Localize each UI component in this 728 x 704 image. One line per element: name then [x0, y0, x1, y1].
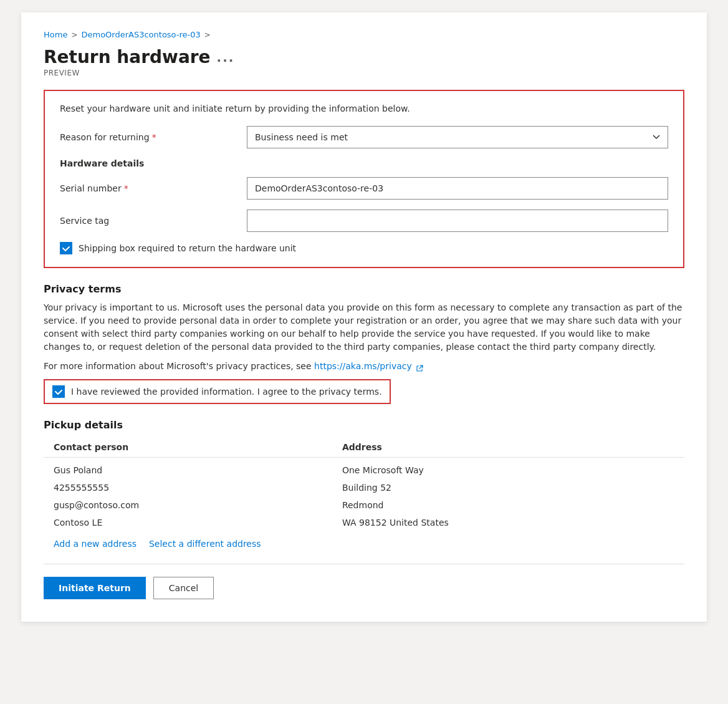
reason-label: Reason for returning *: [60, 132, 234, 142]
pickup-table: Contact person Address Gus Poland One Mi…: [44, 437, 684, 531]
required-star-reason: *: [152, 132, 156, 142]
service-tag-row: Service tag: [60, 210, 668, 232]
privacy-agree-row: I have reviewed the provided information…: [44, 379, 391, 404]
privacy-title: Privacy terms: [44, 283, 684, 295]
address-line2: Building 52: [332, 479, 684, 496]
shipping-box-checkbox[interactable]: [60, 242, 72, 254]
page-container: Home > DemoOrderAS3contoso-re-03 > Retur…: [21, 12, 707, 622]
external-link-icon: [416, 363, 423, 370]
add-address-link[interactable]: Add a new address: [54, 539, 136, 549]
address-line1: One Microsoft Way: [332, 458, 684, 480]
service-tag-control-wrapper: [247, 210, 668, 232]
privacy-agree-checkbox[interactable]: [52, 385, 65, 398]
page-title-row: Return hardware ...: [44, 47, 684, 67]
privacy-link[interactable]: https://aka.ms/privacy: [314, 361, 412, 371]
footer-divider: [44, 564, 684, 564]
breadcrumb-sep1: >: [71, 31, 77, 39]
pickup-title: Pickup details: [44, 419, 684, 431]
reason-select[interactable]: Business need is met: [247, 126, 668, 148]
shipping-box-label: Shipping box required to return the hard…: [79, 243, 296, 253]
contact-company: Contoso LE: [44, 514, 332, 531]
cancel-button[interactable]: Cancel: [153, 577, 214, 599]
privacy-text2: For more information about Microsoft's p…: [44, 360, 684, 373]
serial-number-label: Serial number *: [60, 183, 234, 193]
hardware-details-heading: Hardware details: [60, 158, 668, 168]
shipping-box-row: Shipping box required to return the hard…: [60, 242, 668, 254]
pickup-row-1: Gus Poland One Microsoft Way: [44, 458, 684, 480]
serial-number-control-wrapper: [247, 177, 668, 200]
pickup-row-3: gusp@contoso.com Redmond: [44, 496, 684, 514]
initiate-return-button[interactable]: Initiate Return: [44, 577, 146, 599]
breadcrumb: Home > DemoOrderAS3contoso-re-03 >: [44, 30, 684, 39]
pickup-row-4: Contoso LE WA 98152 United States: [44, 514, 684, 531]
breadcrumb-order[interactable]: DemoOrderAS3contoso-re-03: [81, 30, 200, 39]
breadcrumb-home[interactable]: Home: [44, 30, 67, 39]
serial-number-row: Serial number *: [60, 177, 668, 200]
page-title-text: Return hardware: [44, 47, 211, 67]
contact-phone: 4255555555: [44, 479, 332, 496]
contact-email: gusp@contoso.com: [44, 496, 332, 514]
serial-number-input[interactable]: [247, 177, 668, 200]
breadcrumb-sep2: >: [204, 31, 211, 39]
hardware-return-section: Reset your hardware unit and initiate re…: [44, 90, 684, 268]
pickup-row-2: 4255555555 Building 52: [44, 479, 684, 496]
address-header: Address: [332, 437, 684, 458]
required-star-serial: *: [124, 183, 128, 193]
address-line3: Redmond: [332, 496, 684, 514]
address-actions: Add a new address Select a different add…: [44, 539, 684, 549]
service-tag-label: Service tag: [60, 216, 234, 226]
footer-actions: Initiate Return Cancel: [44, 577, 684, 599]
address-line4: WA 98152 United States: [332, 514, 684, 531]
contact-header: Contact person: [44, 437, 332, 458]
reason-row: Reason for returning * Business need is …: [60, 126, 668, 148]
more-options-icon[interactable]: ...: [217, 50, 235, 65]
privacy-text1: Your privacy is important to us. Microso…: [44, 301, 684, 354]
privacy-section: Privacy terms Your privacy is important …: [44, 283, 684, 404]
form-description: Reset your hardware unit and initiate re…: [60, 104, 668, 113]
service-tag-input[interactable]: [247, 210, 668, 232]
select-address-link[interactable]: Select a different address: [149, 539, 261, 549]
pickup-section: Pickup details Contact person Address Gu…: [44, 419, 684, 549]
reason-control-wrapper: Business need is met: [247, 126, 668, 148]
contact-name: Gus Poland: [44, 458, 332, 480]
privacy-agree-label: I have reviewed the provided information…: [71, 387, 382, 397]
page-subtitle: PREVIEW: [44, 69, 684, 77]
